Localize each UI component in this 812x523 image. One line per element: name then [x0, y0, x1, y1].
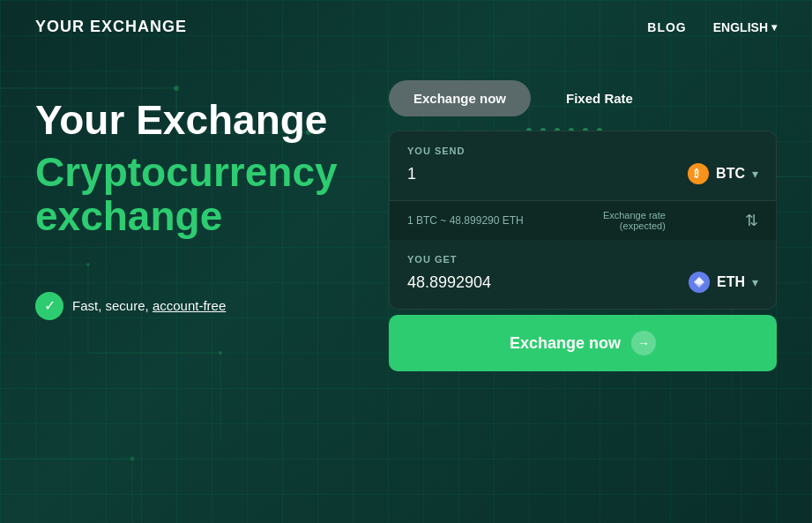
eth-icon [689, 272, 710, 293]
exchange-now-button[interactable]: Exchange now → [389, 315, 777, 371]
send-label: YOU SEND [407, 146, 758, 156]
exchange-widget: Exchange now Fixed Rate YOU SEND ₿ BTC [389, 80, 777, 371]
get-currency-selector[interactable]: ETH ▾ [689, 272, 758, 293]
send-field-row: ₿ BTC ▾ [407, 163, 758, 184]
get-label: YOU GET [407, 254, 758, 265]
get-currency-name: ETH [717, 274, 745, 290]
tab-exchange-now[interactable]: Exchange now [389, 80, 531, 116]
exchange-card: YOU SEND ₿ BTC ▾ 1 BTC [389, 131, 777, 310]
exchange-rate-info: Exchange rate (expected) [603, 210, 666, 231]
send-amount-input[interactable] [407, 165, 688, 183]
chevron-down-icon: ▾ [771, 21, 777, 34]
lang-label: ENGLISH [713, 20, 768, 34]
get-amount-input[interactable] [407, 273, 689, 292]
tab-bar: Exchange now Fixed Rate [389, 80, 777, 116]
btc-icon: ₿ [688, 163, 709, 184]
exchange-btn-label: Exchange now [510, 334, 621, 353]
send-currency-name: BTC [716, 166, 745, 182]
hero-title-line1: Your Exchange [35, 98, 354, 143]
nav-blog-link[interactable]: BLOG [647, 20, 686, 34]
get-section: YOU GET ETH ▾ [389, 240, 777, 310]
feature-badge: ✓ Fast, secure, account-free [35, 292, 354, 320]
account-free-link[interactable]: account-free [153, 298, 226, 313]
svg-text:₿: ₿ [694, 168, 699, 179]
info-bar: 1 BTC ~ 48.899290 ETH Exchange rate (exp… [389, 201, 777, 240]
arrow-right-icon: → [631, 331, 656, 355]
swap-arrows-icon[interactable]: ⇅ [745, 211, 758, 230]
exchange-rate-sublabel: (expected) [603, 220, 666, 231]
tab-fixed-rate[interactable]: Fixed Rate [548, 80, 651, 116]
main-content: Your Exchange Cryptocurrency exchange ✓ … [0, 54, 812, 371]
send-section: YOU SEND ₿ BTC ▾ [389, 131, 777, 201]
check-icon: ✓ [35, 292, 63, 320]
nav: BLOG ENGLISH ▾ [647, 20, 777, 34]
hero-subtitle: Cryptocurrency exchange [35, 150, 354, 239]
feature-text: Fast, secure, account-free [72, 298, 226, 313]
send-dropdown-arrow[interactable]: ▾ [752, 167, 758, 181]
header: YOUR EXCHANGE BLOG ENGLISH ▾ [0, 0, 812, 54]
rate-info-text: 1 BTC ~ 48.899290 ETH [407, 214, 524, 227]
send-currency-selector[interactable]: ₿ BTC ▾ [688, 163, 758, 184]
language-selector[interactable]: ENGLISH ▾ [713, 20, 777, 34]
logo: YOUR EXCHANGE [35, 18, 187, 36]
get-field-row: ETH ▾ [407, 272, 758, 293]
get-dropdown-arrow[interactable]: ▾ [752, 275, 758, 289]
exchange-rate-label: Exchange rate [603, 210, 666, 220]
hero-section: Your Exchange Cryptocurrency exchange ✓ … [35, 80, 354, 320]
